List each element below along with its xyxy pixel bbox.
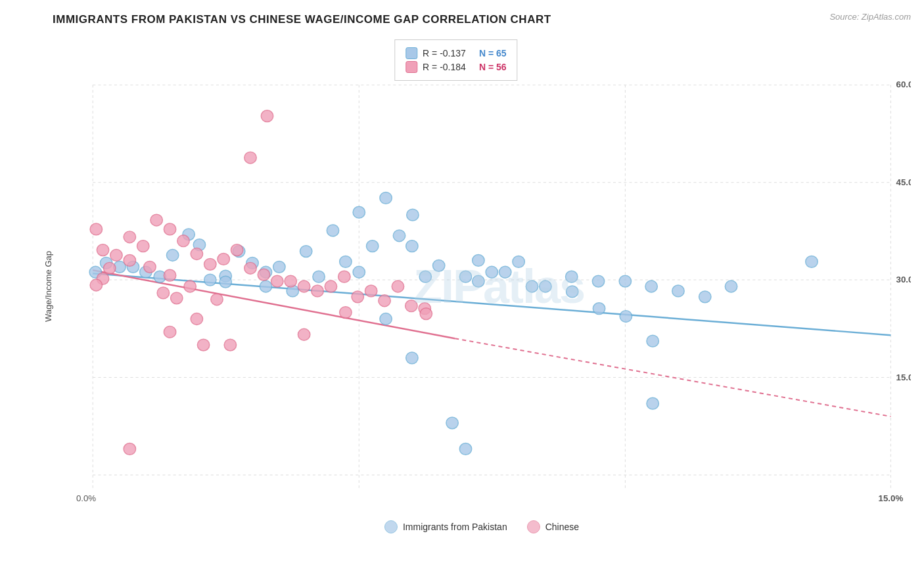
chinese-r: R = -0.184 — [423, 62, 466, 72]
svg-point-100 — [97, 244, 108, 256]
svg-point-41 — [699, 291, 711, 303]
bottom-legend-pakistan: Immigrants from Pakistan — [384, 520, 507, 533]
legend-row-pakistan: R = -0.137 N = 65 — [405, 47, 506, 59]
svg-point-71 — [406, 352, 418, 364]
pakistan-n: N = 65 — [479, 48, 507, 58]
svg-text:0.0%: 0.0% — [76, 493, 97, 503]
svg-point-51 — [526, 281, 538, 292]
svg-point-66 — [219, 276, 231, 288]
svg-point-29 — [407, 209, 419, 221]
chinese-legend-label: Chinese — [545, 522, 579, 532]
chinese-swatch — [405, 61, 417, 73]
svg-point-47 — [367, 240, 379, 252]
pakistan-legend-label: Immigrants from Pakistan — [403, 522, 507, 532]
svg-point-34 — [513, 256, 524, 267]
svg-point-90 — [325, 281, 336, 292]
svg-point-53 — [593, 303, 605, 315]
svg-point-83 — [231, 244, 243, 256]
svg-point-48 — [419, 271, 431, 282]
svg-point-52 — [566, 286, 578, 298]
pakistan-r: R = -0.137 — [423, 48, 466, 58]
svg-point-69 — [473, 255, 484, 267]
svg-point-101 — [90, 223, 102, 235]
svg-point-114 — [191, 313, 202, 325]
svg-point-80 — [191, 248, 202, 260]
svg-text:30.0%: 30.0% — [896, 275, 911, 284]
svg-point-86 — [271, 275, 283, 287]
svg-point-116 — [340, 307, 352, 319]
svg-point-108 — [184, 281, 196, 292]
svg-point-56 — [647, 397, 658, 409]
svg-point-72 — [459, 443, 471, 455]
svg-point-113 — [224, 339, 236, 351]
svg-point-64 — [806, 256, 818, 267]
legend-row-chinese: R = -0.184 N = 56 — [405, 61, 506, 73]
svg-point-25 — [300, 246, 312, 258]
svg-point-99 — [244, 152, 256, 164]
svg-point-37 — [592, 275, 604, 287]
svg-point-106 — [144, 261, 156, 273]
svg-point-33 — [486, 266, 497, 278]
svg-point-76 — [137, 240, 149, 252]
svg-point-88 — [298, 281, 310, 292]
svg-point-102 — [104, 262, 116, 274]
chart-title: IMMIGRANTS FROM PAKISTAN VS CHINESE WAGE… — [53, 13, 911, 26]
chinese-legend-swatch — [527, 520, 540, 533]
svg-point-31 — [433, 259, 445, 271]
svg-point-94 — [379, 295, 390, 307]
svg-point-74 — [110, 250, 122, 261]
pakistan-legend-swatch — [384, 520, 398, 533]
y-axis-label: Wage/Income Gap — [43, 251, 53, 322]
svg-point-85 — [258, 269, 269, 281]
svg-point-105 — [124, 255, 135, 267]
svg-point-107 — [164, 269, 175, 281]
svg-point-89 — [312, 285, 323, 297]
svg-point-39 — [645, 281, 657, 292]
svg-point-54 — [620, 311, 632, 323]
svg-point-49 — [473, 275, 484, 287]
svg-text:15.0%: 15.0% — [879, 493, 904, 503]
svg-point-67 — [353, 266, 365, 278]
svg-point-32 — [459, 271, 471, 282]
svg-point-119 — [197, 339, 209, 351]
svg-point-84 — [244, 262, 256, 274]
svg-point-50 — [499, 266, 511, 278]
chart-area: Wage/Income Gap R = -0.137 N = 65 R = -0… — [53, 33, 911, 540]
svg-point-109 — [157, 287, 169, 299]
svg-point-112 — [164, 326, 175, 338]
bottom-legend-chinese: Chinese — [527, 520, 579, 533]
svg-point-40 — [672, 285, 684, 297]
svg-point-30 — [393, 230, 405, 242]
scatter-plot: .grid-line { stroke: #ddd; stroke-width:… — [53, 33, 911, 540]
svg-text:60.0%: 60.0% — [896, 79, 911, 89]
svg-point-23 — [204, 274, 216, 286]
svg-point-43 — [260, 281, 271, 292]
svg-point-75 — [124, 231, 135, 243]
svg-point-36 — [566, 271, 578, 282]
svg-point-93 — [365, 285, 377, 297]
svg-point-42 — [725, 281, 737, 292]
svg-point-68 — [406, 240, 418, 252]
svg-point-92 — [352, 291, 363, 303]
svg-point-118 — [124, 443, 135, 455]
source-label: Source: ZipAtlas.com — [829, 12, 911, 22]
svg-point-98 — [261, 110, 273, 122]
svg-point-87 — [285, 275, 296, 287]
svg-point-20 — [166, 250, 178, 261]
svg-point-91 — [338, 271, 350, 282]
svg-text:45.0%: 45.0% — [896, 177, 911, 187]
svg-point-35 — [540, 281, 551, 292]
svg-point-70 — [446, 417, 458, 429]
chinese-n: N = 56 — [479, 62, 507, 72]
svg-point-96 — [405, 300, 417, 312]
svg-point-110 — [171, 292, 183, 304]
svg-point-27 — [353, 206, 365, 218]
svg-line-17 — [455, 338, 890, 417]
svg-point-28 — [380, 192, 392, 204]
svg-point-81 — [204, 258, 216, 270]
svg-text:15.0%: 15.0% — [896, 372, 911, 382]
svg-point-55 — [647, 335, 658, 347]
chart-container: IMMIGRANTS FROM PAKISTAN VS CHINESE WAGE… — [0, 0, 924, 586]
svg-point-82 — [218, 254, 229, 265]
svg-point-95 — [392, 281, 404, 292]
